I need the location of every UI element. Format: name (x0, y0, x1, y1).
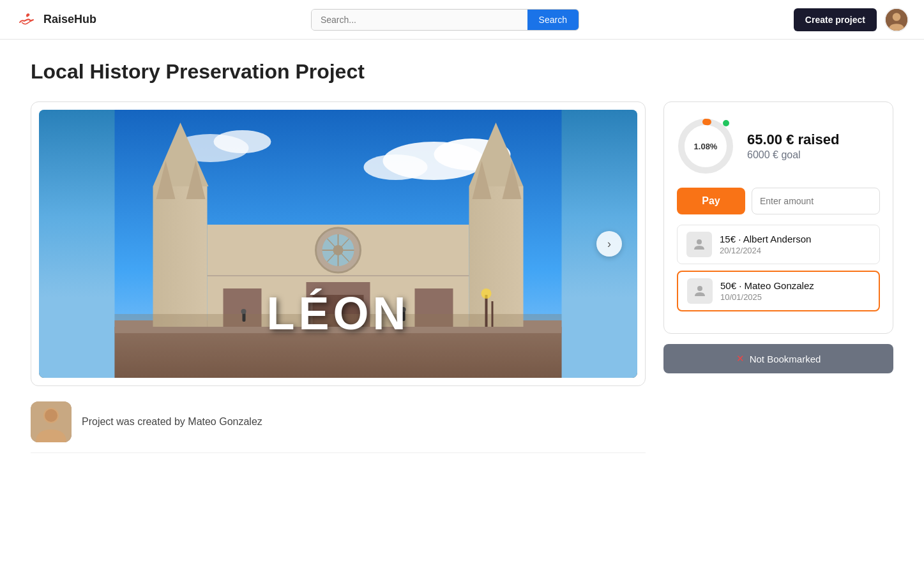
svg-point-6 (364, 154, 428, 180)
svg-point-8 (214, 130, 271, 153)
bookmark-label: Not Bookmarked (750, 354, 821, 364)
navbar: RaiseHub Search Create project (0, 0, 924, 40)
project-image: LÉON › (39, 110, 637, 378)
left-panel: LÉON › Project was created by Mateo Gonz… (31, 101, 646, 453)
donor-row-highlighted: 50€ · Mateo Gonzalez 10/01/2025 (677, 271, 880, 311)
goal-text: 6000 € goal (747, 149, 880, 161)
creator-avatar (31, 401, 72, 442)
creator-text: Project was created by Mateo Gonzalez (82, 416, 262, 428)
donor-date-0: 20/12/2024 (720, 246, 870, 255)
svg-rect-39 (492, 301, 494, 327)
bookmark-x-icon: ✕ (736, 353, 745, 364)
next-image-button[interactable]: › (596, 231, 622, 257)
search-button[interactable]: Search (527, 10, 579, 30)
logo-icon (15, 8, 38, 31)
donor-icon-0 (686, 232, 712, 257)
search-wrapper: Search (311, 9, 579, 31)
funding-card: 1.08% 65.00 € raised 6000 € goal Pay (663, 101, 893, 334)
donor-info-0: 15€ · Albert Anderson 20/12/2024 (720, 234, 870, 255)
create-project-button[interactable]: Create project (794, 8, 877, 31)
donor-date-1: 10/01/2025 (720, 292, 870, 302)
page-title: Local History Preservation Project (31, 60, 893, 84)
main-layout: LÉON › Project was created by Mateo Gonz… (31, 101, 893, 453)
active-dot (723, 120, 729, 126)
pay-button[interactable]: Pay (677, 188, 745, 214)
donor-name-0: 15€ · Albert Anderson (720, 234, 870, 244)
donor-row: 15€ · Albert Anderson 20/12/2024 (677, 225, 880, 264)
city-label: LÉON (266, 287, 409, 340)
svg-point-42 (45, 409, 57, 422)
creator-row: Project was created by Mateo Gonzalez (31, 401, 646, 453)
donor-icon-1 (687, 278, 713, 304)
logo-text: RaiseHub (43, 13, 96, 26)
search-area: Search (107, 9, 784, 31)
search-input[interactable] (312, 10, 527, 30)
raised-amount: 65.00 € raised (747, 131, 880, 148)
svg-point-2 (893, 13, 901, 21)
page: Local History Preservation Project (0, 40, 924, 474)
bookmark-button[interactable]: ✕ Not Bookmarked (663, 344, 893, 373)
svg-point-34 (241, 309, 246, 314)
svg-rect-33 (243, 313, 246, 322)
nav-right: Create project (794, 8, 909, 32)
svg-point-46 (697, 286, 702, 291)
svg-rect-15 (469, 186, 524, 327)
amount-input[interactable] (752, 188, 880, 214)
right-panel: 1.08% 65.00 € raised 6000 € goal Pay (663, 101, 893, 373)
funding-top: 1.08% 65.00 € raised 6000 € goal (677, 117, 880, 175)
avatar-image (886, 9, 907, 31)
donor-name-1: 50€ · Mateo Gonzalez (720, 280, 870, 291)
donor-info-1: 50€ · Mateo Gonzalez 10/01/2025 (720, 280, 870, 302)
logo[interactable]: RaiseHub (15, 8, 96, 31)
svg-point-45 (697, 239, 702, 244)
svg-rect-11 (153, 186, 208, 327)
svg-rect-37 (485, 295, 488, 327)
svg-point-38 (481, 288, 492, 299)
pay-row: Pay (677, 188, 880, 214)
donut-chart: 1.08% (677, 117, 734, 175)
percent-label: 1.08% (694, 142, 718, 151)
avatar[interactable] (884, 8, 909, 32)
donors-list: 15€ · Albert Anderson 20/12/2024 (677, 225, 880, 311)
image-card: LÉON › (31, 101, 646, 386)
funding-info: 65.00 € raised 6000 € goal (747, 131, 880, 161)
